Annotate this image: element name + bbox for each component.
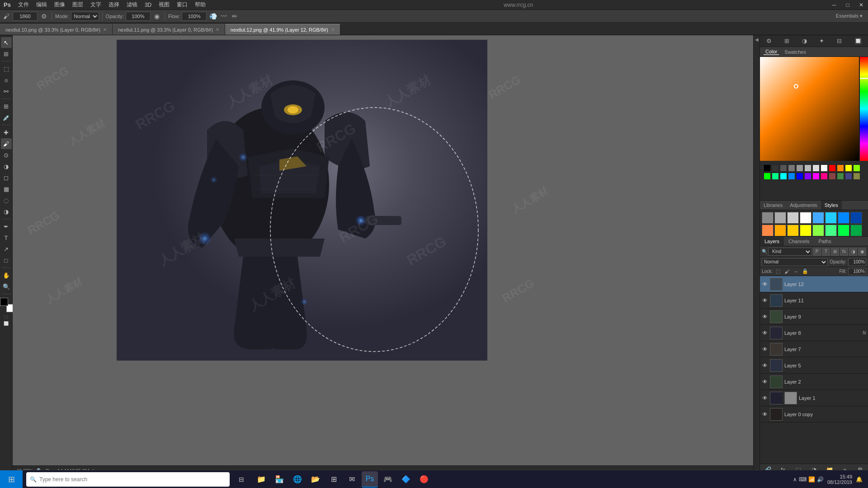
filter-btn-5[interactable]: ◑ [849, 248, 857, 256]
brush-options-icon[interactable]: ⚙ [39, 12, 48, 21]
zoom-tool[interactable]: 🔍 [1, 281, 12, 292]
type-tool[interactable]: T [1, 232, 12, 243]
minimize-button[interactable]: ─ [827, 0, 841, 10]
tab-0[interactable]: nextlut.10.png @ 33.3% (Layer 0, RGB/8#)… [0, 24, 113, 35]
style-swatch[interactable] [812, 225, 824, 236]
panel-icon-4[interactable]: ✦ [819, 38, 824, 44]
screen-mode-icon[interactable]: ⬜ [4, 321, 9, 326]
layer-visibility-2[interactable]: 👁 [762, 314, 768, 320]
tab-2[interactable]: nextlut.12.png @ 41.9% (Layer 12, RGB/8#… [225, 24, 340, 35]
tab-2-close[interactable]: ✕ [331, 27, 335, 32]
color-swatch[interactable] [788, 164, 795, 172]
search-input[interactable] [39, 476, 226, 483]
panel-icon-2[interactable]: ⊞ [784, 38, 789, 44]
panel-collapse[interactable]: ◀ [753, 35, 760, 475]
menu-filter[interactable]: 滤镜 [123, 0, 141, 9]
style-swatch[interactable] [825, 225, 837, 236]
layer-visibility-0[interactable]: 👁 [762, 281, 768, 287]
shape-tool[interactable]: □ [1, 255, 12, 266]
airbrush-icon[interactable]: 💨 [208, 12, 217, 21]
lasso-tool[interactable]: ⌾ [1, 75, 12, 85]
style-swatch[interactable] [787, 212, 799, 224]
color-swatch[interactable] [780, 164, 787, 172]
layer-item[interactable]: 👁 Layer 8 fx [760, 325, 868, 341]
menu-type[interactable]: 文字 [87, 0, 105, 9]
blend-mode-select[interactable]: Normal [762, 258, 828, 266]
color-swatch[interactable] [796, 164, 803, 172]
dodge-tool[interactable]: ◑ [1, 206, 12, 217]
color-swatch[interactable] [853, 164, 860, 172]
menu-file[interactable]: 文件 [14, 0, 33, 9]
quick-select-tool[interactable]: ⚯ [1, 86, 12, 97]
filter-btn-4[interactable]: fx [840, 248, 848, 256]
layer-item[interactable]: 👁 Layer 12 [760, 276, 868, 292]
tab-1-close[interactable]: ✕ [216, 27, 219, 32]
brush-size-input[interactable] [13, 12, 38, 21]
swatches-tab[interactable]: Swatches [783, 49, 808, 55]
color-swatch[interactable] [845, 173, 852, 180]
color-swatch[interactable] [821, 173, 828, 180]
filter-select[interactable]: Kind [768, 248, 812, 256]
close-button[interactable]: ✕ [854, 0, 868, 10]
style-swatch[interactable] [774, 212, 786, 224]
style-swatch[interactable] [800, 212, 811, 224]
maximize-button[interactable]: □ [841, 0, 854, 10]
notification-icon[interactable]: 🔔 [856, 476, 863, 483]
menu-window[interactable]: 窗口 [173, 0, 191, 9]
edge-icon[interactable]: 🌐 [289, 471, 306, 488]
paths-tab[interactable]: Paths [814, 237, 836, 246]
folders-icon[interactable]: 📂 [307, 471, 324, 488]
color-swatch[interactable] [764, 173, 771, 180]
panel-icon-5[interactable]: ⊟ [837, 38, 842, 44]
opacity-input[interactable] [126, 12, 151, 21]
menu-layer[interactable]: 图层 [69, 0, 87, 9]
move-tool[interactable]: ↖ [1, 37, 12, 48]
network-icon[interactable]: 📶 [808, 476, 815, 483]
color-swatch[interactable] [829, 173, 836, 180]
color-swatch[interactable] [796, 173, 803, 180]
filter-btn-3[interactable]: ⊞ [831, 248, 839, 256]
brush-tool-icon[interactable]: 🖌 [2, 12, 11, 21]
color-swatch[interactable] [804, 164, 811, 172]
mode-select[interactable]: Normal [71, 12, 99, 21]
smoothing-icon[interactable]: 〰 [219, 12, 228, 21]
artboard-tool[interactable]: ⊞ [1, 48, 12, 59]
style-swatch[interactable] [838, 225, 849, 236]
pen-tool[interactable]: ✒ [1, 221, 12, 232]
tablet-icon[interactable]: ✏ [230, 12, 239, 21]
file-explorer-icon[interactable]: 📁 [253, 471, 269, 488]
menu-help[interactable]: 帮助 [191, 0, 209, 9]
menu-3d[interactable]: 3D [141, 0, 155, 9]
menu-edit[interactable]: 编辑 [33, 0, 51, 9]
lock-all-btn[interactable]: 🔒 [802, 268, 809, 275]
style-swatch[interactable] [774, 225, 786, 236]
color-swatch[interactable] [845, 164, 852, 172]
color-swatch[interactable] [788, 173, 795, 180]
lock-artboards-btn[interactable]: ↔ [793, 268, 800, 275]
style-swatch[interactable] [762, 225, 774, 236]
color-swatch[interactable] [780, 173, 787, 180]
color-swatch[interactable] [804, 173, 811, 180]
panel-icon-1[interactable]: ⚙ [766, 38, 772, 44]
chevron-up-icon[interactable]: ∧ [793, 476, 797, 483]
layer-item[interactable]: 👁 Layer 5 [760, 357, 868, 374]
app3-icon[interactable]: 🔴 [416, 471, 432, 488]
mail-icon[interactable]: ✉ [344, 471, 360, 488]
filter-btn-1[interactable]: P [813, 248, 821, 256]
libraries-tab[interactable]: Libraries [760, 201, 786, 210]
style-swatch[interactable] [762, 212, 774, 224]
quick-mask-icon[interactable]: ⬚ [4, 314, 8, 319]
game-icon[interactable]: 🎮 [380, 471, 396, 488]
keyboard-icon[interactable]: ⌨ [799, 476, 807, 483]
panel-icon-3[interactable]: ◑ [802, 38, 807, 44]
layer-item[interactable]: 👁 Layer 9 [760, 309, 868, 325]
style-swatch[interactable] [850, 212, 862, 224]
filter-btn-2[interactable]: T [822, 248, 830, 256]
canvas-area[interactable]: RRCG 人人素材 RRCG 人人素材 RRCG 人人素材 人人素材 RRCG … [13, 35, 753, 475]
layer-item[interactable]: 👁 Layer 2 [760, 374, 868, 390]
color-swatch[interactable] [812, 164, 820, 172]
taskbar-search[interactable]: 🔍 [26, 472, 230, 487]
style-swatch[interactable] [838, 212, 849, 224]
layers-list[interactable]: 👁 Layer 12 👁 Layer 11 👁 Layer 9 👁 Layer … [760, 276, 868, 464]
menu-image[interactable]: 图像 [51, 0, 69, 9]
